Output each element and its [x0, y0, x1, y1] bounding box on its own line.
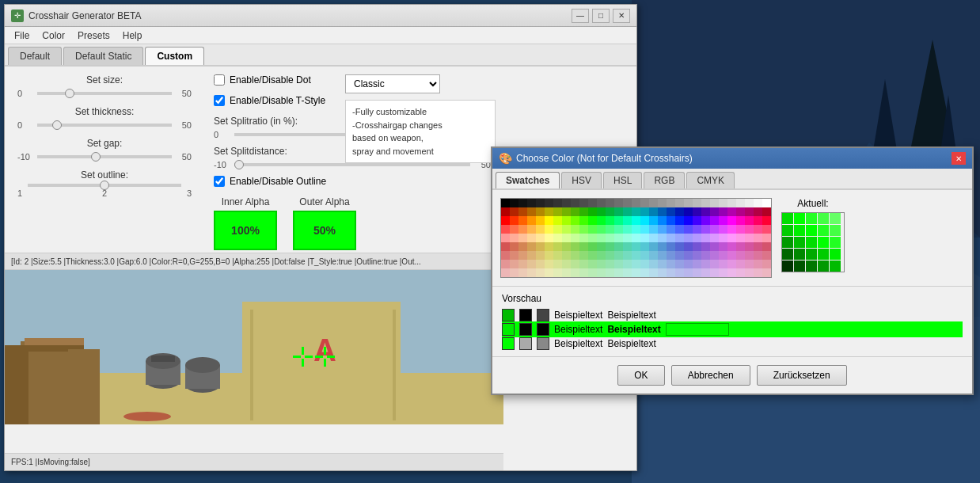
swatch-cell[interactable]	[667, 251, 675, 260]
swatch-cell[interactable]	[571, 251, 579, 260]
swatch-cell[interactable]	[736, 207, 745, 216]
swatch-cell[interactable]	[640, 234, 649, 242]
preview-swatch-2c[interactable]	[537, 323, 549, 336]
aktuell-swatch-cell[interactable]	[782, 225, 793, 236]
aktuell-swatch-cell[interactable]	[794, 213, 805, 224]
swatch-cell[interactable]	[588, 199, 597, 207]
swatch-cell[interactable]	[684, 216, 693, 225]
swatch-cell[interactable]	[640, 225, 649, 234]
swatch-cell[interactable]	[510, 268, 518, 277]
swatch-cell[interactable]	[727, 268, 736, 277]
swatch-cell[interactable]	[501, 242, 510, 251]
swatch-cell[interactable]	[693, 251, 701, 260]
swatch-cell[interactable]	[649, 251, 658, 260]
aktuell-swatch-cell[interactable]	[818, 261, 829, 272]
swatch-cell[interactable]	[536, 234, 545, 242]
swatch-cell[interactable]	[562, 251, 571, 260]
swatch-cell[interactable]	[754, 242, 762, 251]
aktuell-swatch-cell[interactable]	[806, 237, 817, 248]
swatch-cell[interactable]	[606, 268, 614, 277]
swatch-cell[interactable]	[571, 234, 579, 242]
swatch-cell[interactable]	[667, 242, 675, 251]
swatch-cell[interactable]	[736, 234, 745, 242]
swatch-cell[interactable]	[667, 234, 675, 242]
swatch-cell[interactable]	[727, 234, 736, 242]
swatch-cell[interactable]	[719, 207, 727, 216]
swatch-cell[interactable]	[640, 207, 649, 216]
swatch-cell[interactable]	[518, 216, 527, 225]
swatch-cell[interactable]	[527, 216, 536, 225]
preview-swatch-3c[interactable]	[537, 337, 549, 350]
swatch-cell[interactable]	[579, 225, 588, 234]
swatch-cell[interactable]	[658, 234, 667, 242]
swatch-cell[interactable]	[745, 216, 754, 225]
swatch-cell[interactable]	[571, 242, 579, 251]
swatch-cell[interactable]	[719, 268, 727, 277]
swatch-cell[interactable]	[571, 216, 579, 225]
dialog-tab-cmyk[interactable]: CMYK	[686, 172, 735, 188]
swatch-cell[interactable]	[632, 260, 640, 268]
dialog-tab-hsv[interactable]: HSV	[561, 172, 602, 188]
outline-slider[interactable]	[28, 184, 181, 187]
swatch-cell[interactable]	[510, 216, 518, 225]
swatch-cell[interactable]	[701, 207, 710, 216]
swatch-cell[interactable]	[632, 251, 640, 260]
swatch-cell[interactable]	[693, 242, 701, 251]
swatch-cell[interactable]	[675, 251, 684, 260]
swatch-cell[interactable]	[510, 225, 518, 234]
swatch-cell[interactable]	[640, 199, 649, 207]
swatch-cell[interactable]	[667, 207, 675, 216]
swatch-cell[interactable]	[736, 251, 745, 260]
swatch-cell[interactable]	[545, 207, 553, 216]
minimize-button[interactable]: —	[572, 9, 589, 23]
gap-slider[interactable]	[37, 155, 173, 158]
preview-swatch-1a[interactable]	[502, 309, 515, 321]
swatch-cell[interactable]	[693, 268, 701, 277]
swatch-cell[interactable]	[754, 251, 762, 260]
swatch-cell[interactable]	[701, 260, 710, 268]
swatch-cell[interactable]	[701, 216, 710, 225]
swatch-cell[interactable]	[579, 216, 588, 225]
swatch-cell[interactable]	[762, 234, 771, 242]
swatch-cell[interactable]	[571, 225, 579, 234]
swatch-cell[interactable]	[762, 268, 771, 277]
aktuell-swatch-cell[interactable]	[782, 261, 793, 272]
swatch-cell[interactable]	[667, 216, 675, 225]
swatch-cell[interactable]	[754, 216, 762, 225]
swatch-cell[interactable]	[658, 216, 667, 225]
swatch-cell[interactable]	[710, 207, 719, 216]
swatch-cell[interactable]	[545, 251, 553, 260]
swatch-cell[interactable]	[754, 207, 762, 216]
swatch-cell[interactable]	[727, 242, 736, 251]
tab-default[interactable]: Default	[8, 47, 62, 65]
swatch-cell[interactable]	[571, 268, 579, 277]
outer-alpha-button[interactable]: 50%	[293, 211, 356, 250]
swatch-cell[interactable]	[545, 216, 553, 225]
swatch-cell[interactable]	[527, 260, 536, 268]
swatch-cell[interactable]	[684, 225, 693, 234]
swatch-cell[interactable]	[745, 225, 754, 234]
swatch-cell[interactable]	[623, 251, 632, 260]
swatch-cell[interactable]	[623, 225, 632, 234]
swatch-cell[interactable]	[693, 234, 701, 242]
swatch-cell[interactable]	[693, 207, 701, 216]
swatch-cell[interactable]	[562, 207, 571, 216]
swatch-cell[interactable]	[536, 242, 545, 251]
aktuell-swatch-cell[interactable]	[818, 237, 829, 248]
swatch-cell[interactable]	[727, 216, 736, 225]
swatch-cell[interactable]	[640, 260, 649, 268]
menu-help[interactable]: Help	[116, 29, 149, 43]
preview-swatch-1b[interactable]	[519, 309, 532, 321]
swatch-cell[interactable]	[684, 207, 693, 216]
swatch-cell[interactable]	[562, 199, 571, 207]
swatch-cell[interactable]	[675, 225, 684, 234]
swatch-cell[interactable]	[510, 242, 518, 251]
swatch-cell[interactable]	[545, 199, 553, 207]
swatch-cell[interactable]	[527, 268, 536, 277]
swatch-cell[interactable]	[675, 216, 684, 225]
swatch-cell[interactable]	[501, 251, 510, 260]
swatch-cell[interactable]	[579, 207, 588, 216]
swatch-cell[interactable]	[553, 251, 562, 260]
swatch-cell[interactable]	[675, 268, 684, 277]
swatch-cell[interactable]	[658, 199, 667, 207]
